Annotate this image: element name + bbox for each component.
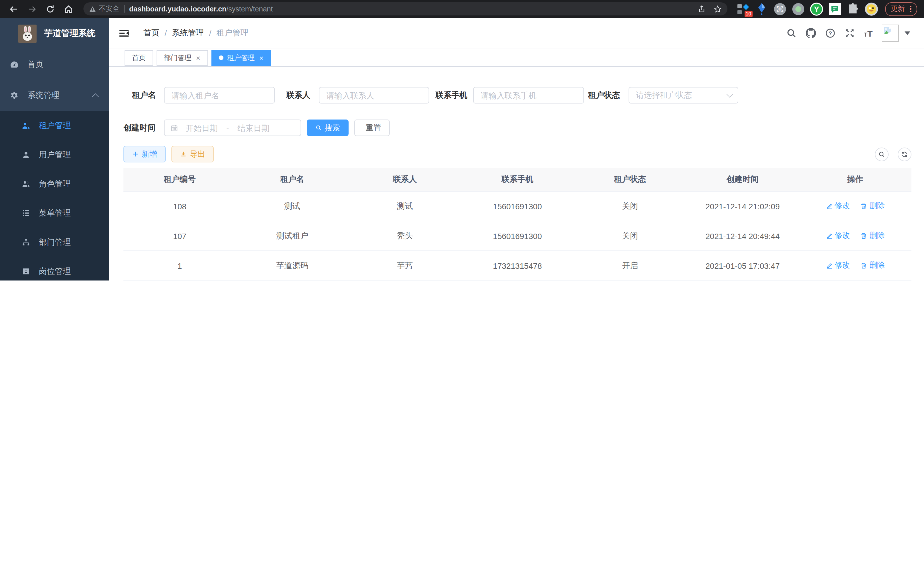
chevron-down-icon	[727, 91, 733, 98]
browser-menu-icon[interactable]	[910, 5, 911, 13]
extension-icon[interactable]: 10	[736, 2, 750, 16]
forward-icon[interactable]	[25, 2, 39, 16]
broken-image-icon	[883, 26, 892, 35]
col-created: 创建时间	[686, 168, 799, 191]
sidebar-item-dept[interactable]: 部门管理	[0, 228, 109, 257]
active-dot	[219, 56, 223, 60]
browser-chrome: 不安全 dashboard.yudao.iocoder.cn /system/t…	[0, 0, 924, 18]
search-icon[interactable]	[786, 28, 796, 38]
browser-window: 不安全 dashboard.yudao.iocoder.cn /system/t…	[0, 0, 924, 281]
delete-link[interactable]: 删除	[860, 201, 885, 211]
sidebar-item-tenant[interactable]: 租户管理	[0, 111, 109, 140]
tenants-icon	[22, 121, 30, 130]
col-tenant-name: 租户名	[236, 168, 349, 191]
browser-update-button[interactable]: 更新	[885, 2, 917, 16]
edit-link[interactable]: 修改	[825, 231, 850, 241]
edit-link[interactable]: 修改	[825, 260, 850, 271]
system-submenu: 租户管理 用户管理 角色管理 菜单管理 部门管理 岗位管理	[0, 111, 109, 281]
edit-link[interactable]: 修改	[825, 201, 850, 211]
security-label[interactable]: 不安全	[99, 4, 119, 14]
bookmark-star-icon[interactable]	[714, 5, 722, 13]
tab-home[interactable]: 首页	[124, 50, 153, 65]
share-icon[interactable]	[698, 5, 706, 13]
toggle-search-button[interactable]	[875, 147, 889, 161]
roles-icon	[22, 180, 30, 188]
extension-record-icon[interactable]	[791, 2, 805, 16]
contact-input[interactable]	[319, 87, 429, 104]
tab-dept[interactable]: 部门管理×	[157, 50, 208, 65]
logo-image	[18, 24, 37, 43]
url-path[interactable]: /system/tenant	[226, 5, 273, 13]
profile-avatar[interactable]	[865, 2, 878, 16]
status-text: 开启	[574, 251, 686, 281]
status-text: 关闭	[574, 221, 686, 251]
breadcrumb-home[interactable]: 首页	[143, 28, 159, 38]
extension-command-icon[interactable]: ⌘	[773, 2, 787, 16]
col-contact: 联系人	[349, 168, 461, 191]
font-size-icon[interactable]: TT	[864, 28, 873, 38]
extensions-puzzle-icon[interactable]	[846, 2, 860, 16]
delete-link[interactable]: 删除	[860, 231, 885, 241]
fullscreen-icon[interactable]	[844, 28, 855, 38]
trash-icon	[860, 262, 868, 269]
app-logo[interactable]: 芋道管理系统	[0, 18, 109, 49]
delete-link[interactable]: 删除	[860, 260, 885, 271]
extension-chat-icon[interactable]	[828, 2, 842, 16]
mobile-input[interactable]	[473, 87, 584, 104]
caret-down-icon[interactable]	[904, 32, 910, 35]
github-icon[interactable]	[806, 28, 816, 38]
col-tenant-id: 租户编号	[123, 168, 236, 191]
help-icon[interactable]: ?	[825, 28, 835, 38]
pencil-icon	[825, 232, 833, 240]
update-label: 更新	[891, 4, 904, 14]
pencil-icon	[825, 202, 833, 210]
url-host[interactable]: dashboard.yudao.iocoder.cn	[129, 5, 226, 13]
reload-icon[interactable]	[43, 2, 58, 16]
user-avatar[interactable]	[882, 25, 899, 42]
reset-button[interactable]: 重置	[354, 120, 390, 136]
col-status: 租户状态	[574, 168, 686, 191]
export-button[interactable]: 导出	[171, 146, 214, 162]
close-icon[interactable]: ×	[259, 54, 263, 62]
chevron-up-icon	[92, 93, 99, 100]
trash-icon	[860, 202, 868, 210]
department-icon	[22, 238, 30, 247]
tenant-name-label: 租户名	[132, 90, 156, 100]
post-icon	[22, 267, 30, 276]
svg-text:?: ?	[829, 30, 832, 36]
sidebar-item-system[interactable]: 系统管理	[0, 80, 109, 111]
tenant-table: 租户编号 租户名 联系人 联系手机 租户状态 创建时间 操作 108 测试 测试	[123, 168, 911, 281]
search-button[interactable]: 搜索	[307, 120, 349, 136]
status-select[interactable]: 请选择租户状态	[628, 87, 738, 104]
app-header: 首页 / 系统管理 / 租户管理 ? TT	[109, 18, 924, 49]
col-mobile: 联系手机	[461, 168, 574, 191]
sidebar-item-role[interactable]: 角色管理	[0, 169, 109, 199]
home-icon[interactable]	[61, 2, 76, 16]
address-bar[interactable]: 不安全 dashboard.yudao.iocoder.cn /system/t…	[83, 2, 728, 15]
close-icon[interactable]: ×	[196, 54, 200, 62]
tab-tenant[interactable]: 租户管理×	[211, 50, 271, 65]
filter-row-2: 创建时间 - 搜索 重置	[123, 120, 911, 136]
svg-text:Y: Y	[814, 5, 819, 14]
sidebar-item-menu[interactable]: 菜单管理	[0, 199, 109, 228]
tenant-name-input[interactable]	[164, 87, 275, 104]
sidebar-item-user[interactable]: 用户管理	[0, 140, 109, 169]
end-date-input[interactable]	[230, 123, 277, 133]
add-button[interactable]: 新增	[123, 146, 166, 162]
extension-y-icon[interactable]: Y	[810, 2, 824, 16]
breadcrumb-current: 租户管理	[217, 28, 249, 38]
date-range-picker[interactable]: -	[164, 120, 301, 136]
sidebar-item-home[interactable]: 首页	[0, 49, 109, 80]
back-icon[interactable]	[6, 2, 21, 16]
sidebar-item-post[interactable]: 岗位管理	[0, 257, 109, 281]
pencil-icon	[825, 262, 833, 269]
user-icon	[22, 150, 30, 159]
start-date-input[interactable]	[178, 123, 225, 133]
trash-icon	[860, 232, 868, 240]
menu-fold-icon[interactable]	[118, 27, 130, 39]
refresh-button[interactable]	[898, 147, 911, 161]
extensions-row: 10 ⌘ Y 更新	[734, 2, 917, 16]
table-toolbar: 新增 导出	[123, 146, 911, 162]
breadcrumb-system[interactable]: 系统管理	[172, 28, 204, 38]
extension-kite-icon[interactable]	[755, 2, 769, 16]
